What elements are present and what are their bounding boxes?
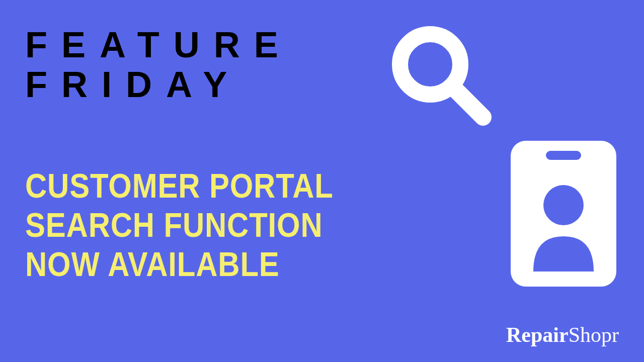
header-line-2: FRIDAY (25, 65, 292, 105)
subtitle-line-2: SEARCH FUNCTION (25, 205, 334, 244)
header-title: FEATURE FRIDAY (25, 25, 292, 105)
subtitle-block: CUSTOMER PORTAL SEARCH FUNCTION NOW AVAI… (25, 166, 334, 284)
header-line-1: FEATURE (25, 25, 292, 65)
id-badge-icon (511, 141, 616, 289)
subtitle-line-1: CUSTOMER PORTAL (25, 166, 334, 205)
search-icon (385, 19, 496, 132)
svg-point-4 (543, 185, 584, 225)
subtitle-line-3: NOW AVAILABLE (25, 244, 334, 284)
brand-part-1: Repair (506, 323, 569, 346)
svg-line-1 (453, 87, 483, 117)
svg-rect-3 (546, 151, 581, 160)
brand-part-2: Shopr (569, 323, 619, 346)
brand-logo: RepairShopr (506, 323, 619, 347)
